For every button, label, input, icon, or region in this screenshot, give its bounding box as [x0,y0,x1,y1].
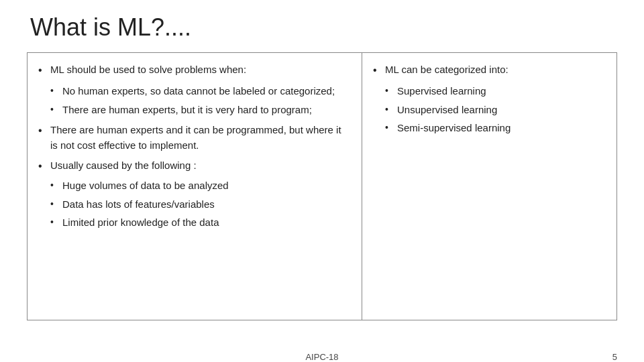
left-panel: • ML should be used to solve problems wh… [27,52,362,320]
list-item: • ML should be used to solve problems wh… [38,62,351,78]
bullet-marker: • [38,62,50,78]
bullet-marker: • [38,123,50,139]
bullet-text: Usually caused by the following : [50,158,351,174]
bullet-marker: • [385,84,397,98]
list-item: • ML can be categorized into: [373,62,606,78]
slide-title: What is ML?.... [27,13,617,42]
right-panel: • ML can be categorized into: • Supervis… [362,52,617,320]
list-item: • Semi-supervised learning [385,121,606,136]
bullet-marker: • [385,103,397,117]
bullet-marker: • [50,215,62,229]
list-item: • Limited prior knowledge of the data [50,215,351,231]
slide: What is ML?.... • ML should be used to s… [0,0,644,362]
bullet-text: Supervised learning [397,84,606,99]
bullet-marker: • [50,178,62,192]
bullet-text: Huge volumes of data to be analyzed [62,178,351,194]
list-item: • Unsupervised learning [385,103,606,118]
footer-center-text: AIPC-18 [305,352,338,362]
bullet-text: ML can be categorized into: [385,62,606,78]
list-item: • Huge volumes of data to be analyzed [50,178,351,194]
bullet-text: Semi-supervised learning [397,121,606,136]
list-item: • Supervised learning [385,84,606,99]
list-item: • Usually caused by the following : [38,158,351,174]
bullet-marker: • [373,62,385,78]
bullet-text: ML should be used to solve problems when… [50,62,351,78]
bullet-text: There are human experts, but it is very … [62,103,351,118]
list-item: • Data has lots of features/variables [50,197,351,213]
bullet-marker: • [50,197,62,211]
bullet-text: Limited prior knowledge of the data [62,215,351,231]
list-item: • There are human experts, but it is ver… [50,103,351,118]
list-item: • There are human experts and it can be … [38,123,351,153]
bullet-text: Data has lots of features/variables [62,197,351,213]
bullet-marker: • [50,84,62,98]
bullet-marker: • [50,103,62,117]
bullet-marker: • [385,121,397,135]
content-area: • ML should be used to solve problems wh… [27,52,617,320]
bullet-text: There are human experts and it can be pr… [50,123,351,153]
bullet-text: No human experts, so data cannot be labe… [62,84,351,99]
list-item: • No human experts, so data cannot be la… [50,84,351,99]
bullet-text: Unsupervised learning [397,103,606,118]
footer-page-number: 5 [612,352,617,362]
bullet-marker: • [38,158,50,174]
